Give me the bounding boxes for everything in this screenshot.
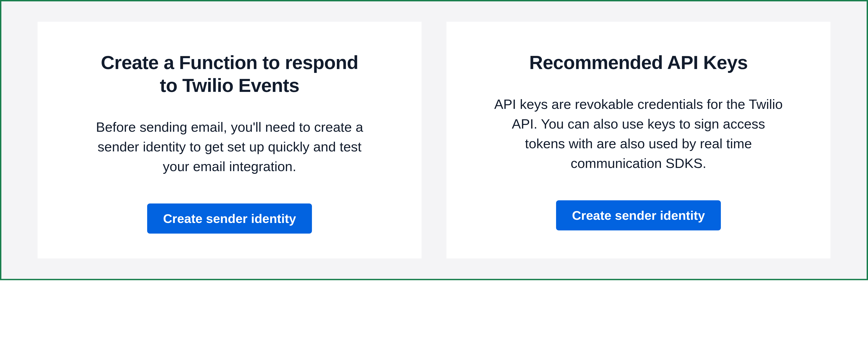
create-sender-identity-button[interactable]: Create sender identity xyxy=(556,200,721,230)
card-title: Recommended API Keys xyxy=(529,51,748,74)
create-sender-identity-button[interactable]: Create sender identity xyxy=(147,203,312,234)
card-api-keys: Recommended API Keys API keys are revoka… xyxy=(446,22,831,258)
card-title: Create a Function to respond to Twilio E… xyxy=(94,51,365,97)
card-description: Before sending email, you'll need to cre… xyxy=(83,117,377,176)
page-frame: Create a Function to respond to Twilio E… xyxy=(0,0,868,280)
card-create-function: Create a Function to respond to Twilio E… xyxy=(37,22,422,258)
cards-row: Create a Function to respond to Twilio E… xyxy=(37,22,831,258)
card-description: API keys are revokable credentials for t… xyxy=(492,94,785,173)
